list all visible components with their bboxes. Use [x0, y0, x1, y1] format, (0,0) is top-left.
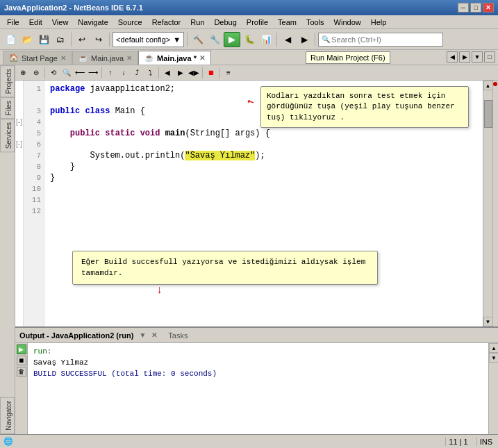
scroll-down-button[interactable]: ▼	[483, 317, 493, 326]
secondary-toolbar: ⊕ ⊖ ⟲ 🔍 ⟵ ⟶ ↑ ↓ ⤴ ⤵ ◀ ▶ ◀▶ ⏹ ≡	[15, 65, 498, 81]
sec-sep-5	[219, 67, 220, 78]
callout-box-1: Kodları yazdıktan sonra test etmek içing…	[260, 86, 469, 128]
line-numbers: 1 3 4 5 6 7 8 9 10 11 12	[24, 81, 44, 326]
right-edge-panel	[492, 81, 498, 326]
output-scroll-down[interactable]: ▼	[489, 353, 498, 363]
fold-marker-5[interactable]	[15, 128, 23, 139]
tasks-tab[interactable]: Tasks	[168, 331, 188, 340]
services-label[interactable]: Services	[0, 119, 15, 152]
tab-main-java-2[interactable]: ☕ Main.java * ✕	[138, 51, 211, 65]
code-line-9: }	[50, 172, 477, 183]
code-line-8: }	[50, 161, 477, 172]
new-file-button[interactable]: 📄	[3, 32, 18, 47]
sec-btn-11[interactable]: ◀	[161, 67, 174, 79]
status-icon: 🌐	[3, 436, 14, 447]
build-button[interactable]: 🔨	[190, 32, 206, 47]
tab-main-java-2-label: Main.java *	[157, 54, 197, 63]
sec-btn-9[interactable]: ⤴	[131, 67, 143, 79]
output-text-area: run: Savaş Yılmaz BUILD SUCCESSFUL (tota…	[28, 343, 488, 434]
menu-profile[interactable]: Profile	[242, 17, 272, 27]
redo-button[interactable]: ↪	[91, 32, 106, 47]
tab-bar: 🏠 Start Page ✕ ☕ Main.java ✕ ☕ Main.java…	[0, 50, 498, 65]
sec-btn-5[interactable]: ⟵	[74, 67, 86, 79]
tab-main-java-2-close[interactable]: ✕	[199, 54, 205, 62]
tab-main-java-1[interactable]: ☕ Main.java ✕	[72, 51, 138, 65]
profile-button[interactable]: 📊	[258, 32, 274, 47]
open-file-button[interactable]: 📂	[19, 32, 35, 47]
menu-help[interactable]: Help	[367, 17, 391, 27]
sec-btn-10[interactable]: ⤵	[144, 67, 156, 79]
tab-list-dropdown[interactable]: ▼	[472, 51, 483, 63]
minimize-button[interactable]: ─	[458, 3, 469, 13]
sec-btn-13[interactable]: ◀▶	[188, 67, 200, 79]
app-title: JavaApplication2 - NetBeans IDE 6.7.1	[4, 3, 143, 12]
forward-button[interactable]: ▶	[297, 32, 312, 47]
tab-main-java-1-close[interactable]: ✕	[126, 54, 132, 62]
menu-window[interactable]: Window	[330, 17, 365, 27]
files-label[interactable]: Files	[0, 97, 15, 119]
config-label: <default config>	[116, 35, 170, 44]
tab-main-java-1-icon: ☕	[78, 53, 88, 63]
menu-source[interactable]: Source	[114, 17, 147, 27]
menu-view[interactable]: View	[48, 17, 73, 27]
tab-start-page[interactable]: 🏠 Start Page ✕	[3, 51, 72, 65]
undo-button[interactable]: ↩	[74, 32, 90, 47]
output-close-icon[interactable]: ▼	[139, 331, 146, 339]
menu-refactor[interactable]: Refactor	[148, 17, 185, 27]
output-run-icon[interactable]: ▶	[17, 345, 26, 354]
menu-team[interactable]: Team	[274, 17, 301, 27]
output-clear-icon[interactable]: 🗑	[17, 367, 26, 376]
sec-btn-7[interactable]: ↑	[104, 67, 117, 79]
scroll-thumb[interactable]	[484, 100, 492, 128]
save-button[interactable]: 💾	[36, 32, 51, 47]
config-dropdown[interactable]: <default config> ▼	[113, 32, 184, 47]
menu-navigate[interactable]: Navigate	[74, 17, 112, 27]
navigator-label[interactable]: Navigator	[0, 397, 15, 434]
sec-btn-14[interactable]: ≡	[222, 67, 235, 79]
toolbar-sep-5	[315, 33, 315, 47]
editor-body: [-] [-] 1 3 4 5 6 7 8 9 10 11	[15, 81, 498, 326]
back-button[interactable]: ◀	[280, 32, 295, 47]
menu-file[interactable]: File	[3, 17, 24, 27]
fold-marker-3[interactable]	[15, 106, 23, 117]
sec-btn-2[interactable]: ⊖	[30, 67, 42, 79]
sec-btn-12[interactable]: ▶	[174, 67, 187, 79]
menu-debug[interactable]: Debug	[210, 17, 240, 27]
output-stop-icon[interactable]: ⏹	[17, 356, 26, 365]
tab-scroll-left[interactable]: ◀	[447, 51, 458, 63]
output-close-btn[interactable]: ✕	[151, 331, 157, 339]
clean-build-button[interactable]: 🔧	[207, 32, 222, 47]
search-input[interactable]	[331, 35, 440, 44]
sec-btn-8[interactable]: ↓	[117, 67, 130, 79]
status-position: 11 | 1	[445, 438, 470, 446]
code-editor[interactable]: package javaapplication2; public class M…	[44, 81, 483, 326]
fold-marker-1[interactable]	[15, 83, 23, 94]
run-main-project-button[interactable]: ▶	[224, 32, 240, 47]
sec-btn-4[interactable]: 🔍	[60, 67, 73, 79]
projects-label[interactable]: Projects	[0, 65, 15, 97]
sec-sep-1	[44, 67, 45, 78]
sec-btn-stop[interactable]: ⏹	[205, 67, 217, 79]
tab-start-page-close[interactable]: ✕	[60, 54, 66, 62]
sec-sep-4	[202, 67, 203, 78]
menu-edit[interactable]: Edit	[25, 17, 47, 27]
output-scroll-up[interactable]: ▲	[489, 343, 498, 353]
fold-marker-2[interactable]	[15, 94, 23, 106]
fold-marker-6[interactable]: [-]	[15, 139, 23, 150]
fold-marker-4[interactable]: [-]	[15, 117, 23, 128]
code-line-6	[50, 139, 477, 150]
save-all-button[interactable]: 🗂	[53, 32, 68, 47]
debug-button[interactable]: 🐛	[242, 32, 257, 47]
sec-sep-2	[101, 67, 102, 78]
sec-btn-6[interactable]: ⟶	[87, 67, 99, 79]
sec-btn-3[interactable]: ⟲	[47, 67, 60, 79]
tab-scroll-right[interactable]: ▶	[459, 51, 470, 63]
tab-maximize[interactable]: □	[484, 51, 495, 63]
maximize-button[interactable]: □	[470, 3, 481, 13]
menu-tools[interactable]: Tools	[302, 17, 329, 27]
sec-btn-1[interactable]: ⊕	[17, 67, 29, 79]
close-button[interactable]: ✕	[483, 3, 494, 13]
scroll-up-button[interactable]: ▲	[483, 81, 493, 90]
menu-run[interactable]: Run	[186, 17, 208, 27]
status-bar: 🌐 11 | 1 INS	[0, 434, 498, 448]
